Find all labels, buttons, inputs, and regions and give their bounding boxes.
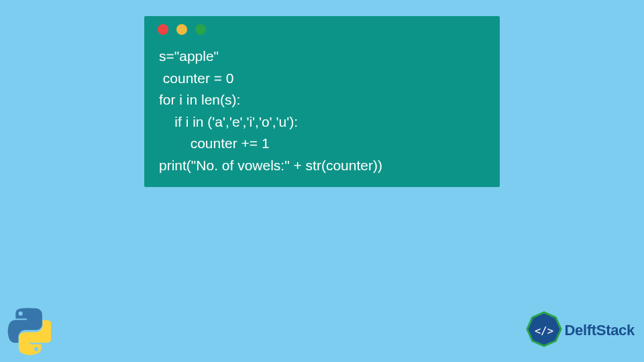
maximize-dot-icon	[195, 24, 206, 35]
code-line: if i in ('a','e','i','o','u'):	[159, 114, 298, 129]
close-dot-icon	[158, 24, 168, 35]
code-line: counter = 0	[159, 70, 234, 86]
delftstack-logo: </> DelftStack	[525, 311, 635, 350]
brand-name: DelftStack	[564, 322, 635, 339]
minimize-dot-icon	[176, 24, 187, 35]
window-titlebar	[144, 16, 500, 43]
code-line: s="apple"	[159, 48, 219, 64]
code-content: s="apple" counter = 0 for i in len(s): i…	[144, 43, 500, 178]
code-line: counter += 1	[159, 135, 270, 151]
delftstack-badge-icon: </>	[525, 311, 564, 350]
svg-text:</>: </>	[535, 325, 553, 337]
code-window: s="apple" counter = 0 for i in len(s): i…	[144, 16, 500, 187]
python-logo-icon	[3, 307, 51, 355]
code-line: print("No. of vowels:" + str(counter))	[159, 158, 382, 173]
code-line: for i in len(s):	[159, 92, 240, 107]
